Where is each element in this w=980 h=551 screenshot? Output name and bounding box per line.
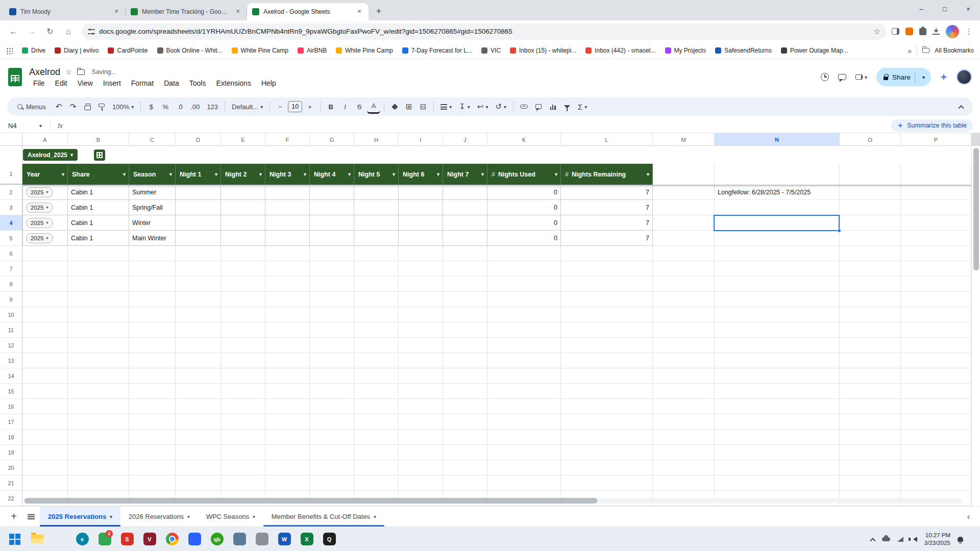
meet-button[interactable]: ▾: [855, 74, 867, 80]
menu-item[interactable]: Format: [127, 79, 158, 88]
bookmark-item[interactable]: 7-Day Forecast for L...: [398, 45, 476, 56]
table-header-cell[interactable]: Night 7 ▾: [443, 164, 487, 185]
row-header[interactable]: 3: [0, 200, 22, 215]
cloud-sync-icon[interactable]: [882, 537, 890, 541]
table-menu-button[interactable]: [94, 149, 105, 161]
taskbar-app[interactable]: Q: [320, 529, 339, 549]
google-sheets-logo-icon[interactable]: [8, 68, 22, 86]
column-header[interactable]: P: [901, 133, 971, 146]
table-header-cell[interactable]: Night 1 ▾: [176, 164, 221, 185]
decrease-font-size-button[interactable]: −: [274, 99, 287, 114]
row-header[interactable]: 19: [0, 445, 22, 460]
browser-tab[interactable]: Member Time Tracking - Goog... ×: [126, 3, 247, 20]
night-cell[interactable]: [221, 200, 265, 215]
start-button[interactable]: [5, 529, 24, 549]
menu-item[interactable]: View: [74, 79, 97, 88]
back-button[interactable]: ←: [5, 23, 21, 40]
formula-input[interactable]: [70, 118, 887, 133]
percent-format-button[interactable]: %: [159, 99, 172, 114]
menu-item[interactable]: Edit: [51, 79, 71, 88]
nights-used-cell[interactable]: 0: [487, 215, 561, 231]
undo-button[interactable]: ↶: [52, 99, 65, 114]
night-cell[interactable]: [265, 200, 310, 215]
bookmark-item[interactable]: White Pine Camp: [228, 45, 292, 56]
column-dropdown-icon[interactable]: ▾: [62, 171, 64, 177]
taskbar-app[interactable]: [162, 529, 182, 549]
nights-used-cell[interactable]: 0: [487, 185, 561, 200]
table-header-cell[interactable]: Night 6 ▾: [399, 164, 443, 185]
menu-item[interactable]: Help: [257, 79, 280, 88]
horizontal-scroll-thumb[interactable]: [24, 498, 597, 504]
year-cell[interactable]: 2025 ▾: [22, 215, 68, 231]
column-header[interactable]: O: [840, 133, 901, 146]
year-dropdown-chip[interactable]: 2025 ▾: [26, 218, 53, 228]
cell-n2-text[interactable]: Longfellow: 6/28/2025 - 7/5/2025: [715, 185, 840, 200]
url-bar[interactable]: docs.google.com/spreadsheets/d/1YRHAmUUZ…: [82, 23, 887, 40]
table-header-cell[interactable]: Share ▾: [68, 164, 129, 185]
night-cell[interactable]: [399, 200, 443, 215]
bookmark-item[interactable]: White Pine Camp: [332, 45, 397, 56]
column-header[interactable]: D: [176, 133, 221, 146]
bookmark-item[interactable]: Inbox (15) - whitepi...: [506, 45, 580, 56]
row-header[interactable]: 8: [0, 277, 22, 292]
star-document-icon[interactable]: ☆: [65, 68, 72, 76]
nights-remaining-cell[interactable]: 7: [561, 185, 653, 200]
column-header[interactable]: I: [399, 133, 443, 146]
year-dropdown-chip[interactable]: 2025 ▾: [26, 233, 53, 243]
night-cell[interactable]: [221, 231, 265, 246]
column-dropdown-icon[interactable]: ▾: [123, 171, 126, 177]
night-cell[interactable]: [443, 185, 487, 200]
all-sheets-button[interactable]: [22, 507, 40, 527]
bookmark-item[interactable]: Power Outage Map...: [777, 45, 852, 56]
all-bookmarks-label[interactable]: All Bookmarks: [935, 47, 974, 54]
document-title[interactable]: Axelrod: [29, 67, 60, 78]
column-header[interactable]: N: [715, 133, 840, 146]
currency-format-button[interactable]: $: [144, 99, 158, 114]
night-cell[interactable]: [176, 215, 221, 231]
sheet-tab[interactable]: 2025 Reservations ▾: [40, 507, 120, 527]
night-cell[interactable]: [354, 215, 399, 231]
grid-canvas[interactable]: Axelrod_2025 ▾ Year ▾: [22, 146, 971, 506]
text-rotate-button[interactable]: ↺ ▾: [492, 99, 509, 114]
night-cell[interactable]: [265, 185, 310, 200]
row-header[interactable]: 17: [0, 414, 22, 430]
year-dropdown-chip[interactable]: 2025 ▾: [26, 187, 53, 197]
taskbar-clock[interactable]: 10:27 PM 3/23/2025: [924, 532, 950, 547]
sheet-tab[interactable]: WPC Seasons ▾: [198, 507, 263, 527]
site-settings-icon[interactable]: [88, 29, 95, 34]
browser-menu-icon[interactable]: ⋮: [965, 27, 973, 36]
table-header-cell[interactable]: Night 3 ▾: [265, 164, 310, 185]
new-tab-button[interactable]: +: [372, 4, 386, 18]
column-dropdown-icon[interactable]: ▾: [169, 171, 172, 177]
column-header[interactable]: H: [354, 133, 399, 146]
bookmark-item[interactable]: Book Online - Whit...: [153, 45, 227, 56]
column-header[interactable]: A: [22, 133, 68, 146]
row-header[interactable]: 11: [0, 322, 22, 338]
taskbar-app[interactable]: [230, 529, 249, 549]
row-header[interactable]: 22: [0, 491, 22, 506]
menu-item[interactable]: File: [29, 79, 49, 88]
row-header[interactable]: 16: [0, 399, 22, 414]
night-cell[interactable]: [310, 215, 354, 231]
night-cell[interactable]: [443, 231, 487, 246]
increase-decimal-button[interactable]: .00: [187, 99, 203, 114]
font-select[interactable]: Default... ▾: [229, 99, 266, 114]
create-filter-button[interactable]: [560, 99, 574, 114]
account-avatar[interactable]: [957, 69, 972, 85]
insert-comment-button[interactable]: [532, 99, 545, 114]
year-cell[interactable]: 2025 ▾: [22, 231, 68, 246]
menu-item[interactable]: Insert: [99, 79, 125, 88]
vertical-align-button[interactable]: ↧ ▾: [456, 99, 473, 114]
row-header[interactable]: 14: [0, 368, 22, 384]
night-cell[interactable]: [443, 200, 487, 215]
share-dropdown-icon[interactable]: ▾: [919, 74, 928, 80]
row-header[interactable]: 7: [0, 261, 22, 277]
increase-font-size-button[interactable]: +: [303, 99, 316, 114]
night-cell[interactable]: [176, 200, 221, 215]
row-header[interactable]: 12: [0, 338, 22, 353]
bold-button[interactable]: B: [324, 99, 337, 114]
night-cell[interactable]: [399, 231, 443, 246]
table-header-cell[interactable]: Season ▾: [129, 164, 176, 185]
row-header[interactable]: 6: [0, 246, 22, 261]
season-cell[interactable]: Spring/Fall: [129, 200, 176, 215]
